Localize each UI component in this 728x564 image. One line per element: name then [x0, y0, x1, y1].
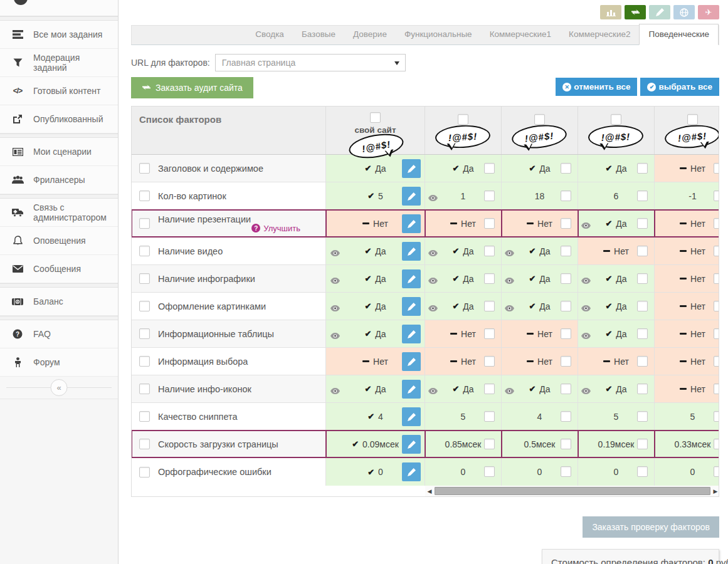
- competitor-checkbox[interactable]: [534, 114, 545, 125]
- competitor-value-checkbox[interactable]: [484, 356, 495, 367]
- edit-value-button[interactable]: [402, 187, 421, 206]
- scroll-thumb[interactable]: [435, 487, 710, 495]
- competitor-value-checkbox[interactable]: [714, 384, 719, 394]
- sidebar-item-3[interactable]: </>Готовый контент: [0, 77, 118, 105]
- competitor-value-checkbox[interactable]: [561, 328, 571, 339]
- row-checkbox[interactable]: [139, 411, 150, 422]
- sidebar-collapse-button[interactable]: «: [51, 379, 68, 396]
- order-check-button[interactable]: Заказать проверку факторов: [583, 516, 719, 538]
- tab-коммерческие1[interactable]: Коммерческие1: [481, 24, 560, 44]
- competitor-checkbox[interactable]: [611, 114, 621, 125]
- competitor-value-checkbox[interactable]: [637, 356, 648, 367]
- edit-value-button[interactable]: [402, 269, 421, 288]
- competitor-value-checkbox[interactable]: [714, 301, 719, 311]
- scroll-left-arrow[interactable]: ◀: [426, 488, 433, 494]
- competitor-value-checkbox[interactable]: [637, 191, 648, 201]
- competitor-value-checkbox[interactable]: [561, 384, 571, 394]
- row-checkbox[interactable]: [139, 163, 150, 174]
- edit-value-button[interactable]: [402, 214, 421, 233]
- edit-value-button[interactable]: [402, 159, 421, 178]
- competitor-value-checkbox[interactable]: [561, 439, 571, 449]
- edit-button[interactable]: [649, 5, 670, 19]
- tab-базовые[interactable]: Базовые: [293, 24, 344, 44]
- competitor-value-checkbox[interactable]: [714, 163, 719, 174]
- competitor-value-checkbox[interactable]: [561, 301, 571, 311]
- competitor-value-checkbox[interactable]: [484, 163, 495, 174]
- tab-доверие[interactable]: Доверие: [344, 24, 396, 44]
- competitor-value-checkbox[interactable]: [561, 218, 571, 229]
- competitor-value-checkbox[interactable]: [714, 246, 719, 256]
- competitor-value-checkbox[interactable]: [484, 191, 495, 201]
- competitor-value-checkbox[interactable]: [714, 218, 719, 229]
- competitor-value-checkbox[interactable]: [714, 439, 719, 449]
- url-select[interactable]: Главная страница: [215, 54, 406, 71]
- competitor-value-checkbox[interactable]: [561, 466, 571, 477]
- sidebar-item-7[interactable]: Связь с администратором: [0, 199, 118, 227]
- competitor-value-checkbox[interactable]: [484, 301, 495, 311]
- row-checkbox[interactable]: [139, 191, 150, 201]
- sidebar-item-8[interactable]: Оповещения: [0, 227, 118, 255]
- sidebar-item-4[interactable]: Опубликованный: [0, 105, 118, 133]
- competitor-value-checkbox[interactable]: [561, 411, 571, 422]
- competitor-value-checkbox[interactable]: [484, 328, 495, 339]
- competitor-value-checkbox[interactable]: [484, 246, 495, 256]
- tab-коммерческие2[interactable]: Коммерческие2: [560, 24, 639, 44]
- order-audit-button[interactable]: Заказать аудит сайта: [131, 77, 253, 98]
- cancel-all-button[interactable]: ✕ отменить все: [556, 78, 637, 96]
- tab-поведенческие[interactable]: Поведенческие: [639, 24, 719, 45]
- sidebar-item-2[interactable]: Модерация заданий: [0, 49, 118, 77]
- edit-value-button[interactable]: [402, 297, 421, 316]
- competitor-value-checkbox[interactable]: [714, 411, 719, 422]
- edit-value-button[interactable]: [402, 352, 421, 371]
- competitor-value-checkbox[interactable]: [714, 328, 719, 339]
- competitor-value-checkbox[interactable]: [484, 411, 495, 422]
- competitor-value-checkbox[interactable]: [637, 218, 648, 229]
- row-checkbox[interactable]: [139, 301, 150, 311]
- competitor-value-checkbox[interactable]: [484, 466, 495, 477]
- row-checkbox[interactable]: [139, 218, 150, 229]
- sidebar-item-partial[interactable]: [0, 0, 118, 16]
- row-checkbox[interactable]: [139, 356, 150, 367]
- competitor-value-checkbox[interactable]: [714, 273, 719, 284]
- edit-value-button[interactable]: [402, 242, 421, 261]
- competitor-value-checkbox[interactable]: [484, 218, 495, 229]
- competitor-value-checkbox[interactable]: [637, 246, 648, 256]
- competitor-value-checkbox[interactable]: [637, 411, 648, 422]
- edit-value-button[interactable]: [402, 380, 421, 399]
- edit-value-button[interactable]: [402, 462, 421, 481]
- sidebar-item-5[interactable]: Мои сценарии: [0, 138, 118, 166]
- sidebar-item-11[interactable]: ?FAQ: [0, 320, 118, 348]
- competitor-value-checkbox[interactable]: [561, 273, 571, 284]
- refresh-button[interactable]: [625, 5, 646, 19]
- competitor-checkbox[interactable]: [687, 114, 698, 125]
- globe-button[interactable]: [673, 5, 695, 19]
- tab-функциональные[interactable]: Функциональные: [396, 24, 481, 44]
- competitor-value-checkbox[interactable]: [637, 384, 648, 394]
- competitor-value-checkbox[interactable]: [561, 246, 571, 256]
- scroll-right-arrow[interactable]: ▶: [712, 488, 719, 494]
- competitor-value-checkbox[interactable]: [561, 191, 571, 201]
- edit-value-button[interactable]: [402, 325, 421, 343]
- edit-value-button[interactable]: [402, 407, 421, 426]
- competitor-value-checkbox[interactable]: [484, 384, 495, 394]
- sidebar-item-10[interactable]: Баланс: [0, 288, 118, 316]
- sidebar-item-9[interactable]: Сообщения: [0, 255, 118, 283]
- competitor-value-checkbox[interactable]: [637, 163, 648, 174]
- competitor-value-checkbox[interactable]: [637, 466, 648, 477]
- select-all-button[interactable]: ✔ выбрать все: [640, 78, 719, 96]
- competitor-value-checkbox[interactable]: [714, 191, 719, 201]
- edit-value-button[interactable]: [402, 435, 421, 454]
- stats-button[interactable]: [600, 5, 621, 19]
- row-checkbox[interactable]: [139, 246, 150, 256]
- tab-сводка[interactable]: Сводка: [246, 24, 293, 44]
- sidebar-item-6[interactable]: Фрилансеры: [0, 166, 118, 194]
- sidebar-item-1[interactable]: Все мои задания: [0, 21, 118, 49]
- row-checkbox[interactable]: [139, 384, 150, 394]
- row-checkbox[interactable]: [139, 467, 150, 478]
- row-checkbox[interactable]: [139, 273, 150, 284]
- competitor-value-checkbox[interactable]: [714, 356, 719, 367]
- competitor-value-checkbox[interactable]: [637, 328, 648, 339]
- competitor-checkbox[interactable]: [458, 114, 468, 125]
- sidebar-item-12[interactable]: Форум: [0, 348, 118, 377]
- row-checkbox[interactable]: [139, 439, 150, 449]
